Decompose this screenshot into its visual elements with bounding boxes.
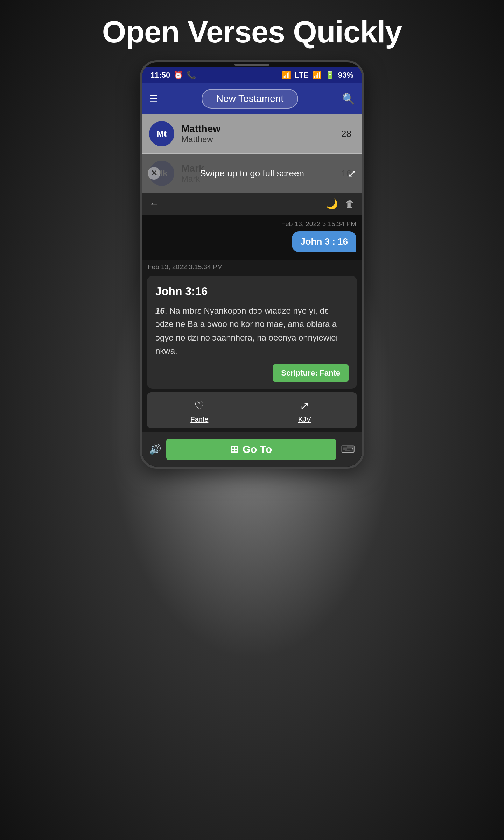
app-bar: ☰ New Testament 🔍 [142, 83, 362, 114]
bottom-bar: 🔊 ⊞ Go To ⌨ [142, 432, 362, 467]
chat-toolbar-right: 🌙 🗑 [326, 198, 355, 210]
battery-icon: 🔋 [325, 71, 335, 80]
swipe-tooltip: ✕ Swipe up to go full screen ⤢ [142, 154, 362, 193]
action-fante[interactable]: ♡ Fante [147, 392, 252, 428]
status-left: 11:50 ⏰ 📞 [150, 71, 196, 80]
sent-bubble: John 3 : 16 [292, 231, 356, 252]
goto-label: Go To [243, 443, 272, 455]
book-list: Mt Matthew Matthew 28 Mk Mark Mark 16 [142, 114, 362, 193]
scripture-button[interactable]: Scripture: Fante [273, 364, 349, 382]
notch-bar [234, 64, 270, 66]
timestamp-sent: Feb 13, 2022 3:15:34 PM [148, 220, 356, 228]
phone-icon: 📞 [187, 71, 196, 80]
book-chapters-matthew: 28 [341, 128, 351, 139]
timestamp-received: Feb 13, 2022 3:15:34 PM [142, 260, 362, 272]
back-button[interactable]: ← [149, 198, 159, 210]
book-item-mark[interactable]: Mk Mark Mark 16 ✕ Swipe up to go full sc… [142, 154, 362, 193]
search-icon[interactable]: 🔍 [342, 93, 355, 105]
verse-title: John 3:16 [155, 285, 349, 298]
status-right: 📶 LTE 📶 🔋 93% [282, 71, 354, 80]
book-avatar-matthew: Mt [149, 121, 174, 146]
book-info-matthew: Matthew Matthew [181, 123, 341, 144]
fullscreen-icon: ⤢ [348, 167, 356, 180]
action-kjv-label: KJV [298, 415, 311, 424]
menu-icon[interactable]: ☰ [149, 93, 158, 105]
book-name-bold-matthew: Matthew [181, 123, 341, 134]
book-name-light-matthew: Matthew [181, 134, 341, 144]
phone-frame: 11:50 ⏰ 📞 📶 LTE 📶 🔋 93% ☰ New Testament … [140, 60, 364, 469]
battery-display: 93% [338, 71, 354, 80]
verse-body: . Na mbrɛ Nyankopɔn dɔɔ wiadze nye yi, d… [155, 306, 338, 356]
time-display: 11:50 [150, 71, 170, 80]
verse-text: 16. Na mbrɛ Nyankopɔn dɔɔ wiadze nye yi,… [155, 304, 349, 358]
chat-section: ← 🌙 🗑 Feb 13, 2022 3:15:34 PM John 3 : 1… [142, 193, 362, 467]
grid-icon: ⊞ [230, 443, 238, 455]
bubble-right: John 3 : 16 [148, 231, 356, 252]
verse-area: Feb 13, 2022 3:15:34 PM John 3:16 16. Na… [142, 260, 362, 467]
book-item-matthew[interactable]: Mt Matthew Matthew 28 [142, 114, 362, 154]
chat-toolbar: ← 🌙 🗑 [142, 193, 362, 215]
heart-icon: ♡ [194, 399, 204, 413]
book-abbr-matthew: Mt [157, 129, 167, 139]
wifi-icon: 📶 [282, 71, 291, 80]
action-bar: ♡ Fante ⤢ KJV [147, 392, 357, 428]
trash-icon[interactable]: 🗑 [345, 198, 355, 210]
goto-button[interactable]: ⊞ Go To [166, 439, 336, 460]
network-display: LTE [295, 71, 309, 80]
app-bar-title[interactable]: New Testament [202, 89, 298, 108]
phone-notch [142, 62, 362, 67]
page-title: Open Verses Quickly [102, 14, 402, 50]
verse-card: John 3:16 16. Na mbrɛ Nyankopɔn dɔɔ wiad… [147, 276, 357, 389]
page-wrapper: Open Verses Quickly 11:50 ⏰ 📞 📶 LTE 📶 🔋 … [0, 0, 504, 840]
action-kjv[interactable]: ⤢ KJV [252, 392, 357, 428]
clock-icon: ⏰ [174, 71, 183, 80]
moon-icon[interactable]: 🌙 [326, 198, 338, 210]
volume-icon[interactable]: 🔊 [149, 443, 161, 455]
signal-icon: 📶 [312, 71, 322, 80]
expand-icon: ⤢ [300, 399, 309, 413]
status-bar: 11:50 ⏰ 📞 📶 LTE 📶 🔋 93% [142, 67, 362, 83]
close-icon[interactable]: ✕ [148, 167, 160, 180]
chat-messages: Feb 13, 2022 3:15:34 PM John 3 : 16 [142, 215, 362, 260]
keyboard-icon[interactable]: ⌨ [341, 443, 355, 455]
swipe-tooltip-text: Swipe up to go full screen [200, 168, 304, 179]
verse-number: 16 [155, 306, 165, 315]
action-fante-label: Fante [190, 415, 208, 424]
